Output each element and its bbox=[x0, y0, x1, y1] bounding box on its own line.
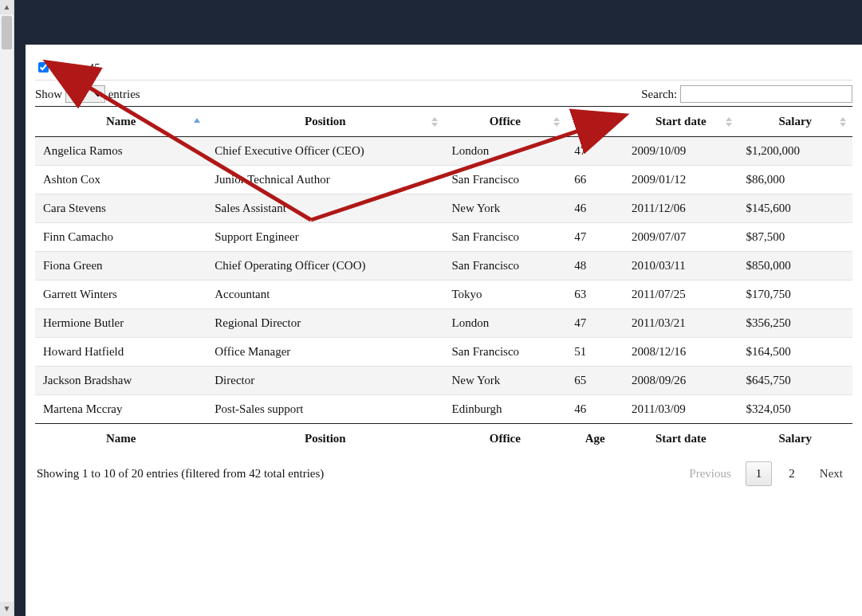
col-header-office[interactable]: Office bbox=[444, 107, 567, 137]
cell-salary: $87,500 bbox=[738, 223, 853, 252]
cell-name: Angelica Ramos bbox=[35, 137, 207, 166]
cell-office: New York bbox=[444, 194, 567, 223]
cell-office: San Francisco bbox=[444, 252, 567, 281]
length-prefix: Show bbox=[35, 88, 62, 100]
cell-office: San Francisco bbox=[444, 338, 567, 367]
vertical-scrollbar[interactable]: ▲ ▼ bbox=[0, 0, 14, 616]
pagination-next[interactable]: Next bbox=[812, 462, 851, 485]
cell-age: 47 bbox=[566, 309, 624, 338]
cell-position: Chief Operating Officer (COO) bbox=[207, 252, 443, 281]
table-row[interactable]: Martena MccrayPost-Sales supportEdinburg… bbox=[35, 395, 852, 424]
cell-start: 2009/10/09 bbox=[624, 137, 738, 166]
length-suffix: entries bbox=[108, 88, 140, 100]
cell-salary: $356,250 bbox=[738, 309, 853, 338]
cell-start: 2010/03/11 bbox=[624, 252, 738, 281]
cell-office: San Francisco bbox=[444, 166, 567, 194]
cell-position: Office Manager bbox=[207, 338, 443, 367]
sort-both-icon bbox=[430, 116, 439, 128]
col-header-name[interactable]: Name bbox=[35, 107, 207, 137]
cell-office: London bbox=[444, 309, 567, 338]
cell-salary: $170,750 bbox=[738, 281, 853, 309]
filter-above-45-label: Above 45 bbox=[53, 61, 100, 74]
cell-start: 2011/03/21 bbox=[624, 309, 738, 338]
cell-salary: $324,050 bbox=[738, 395, 853, 424]
cell-salary: $86,000 bbox=[738, 166, 853, 194]
scrollbar-arrow-up-icon[interactable]: ▲ bbox=[0, 0, 14, 14]
cell-start: 2009/01/12 bbox=[624, 166, 738, 194]
table-row[interactable]: Finn CamachoSupport EngineerSan Francisc… bbox=[35, 223, 852, 252]
cell-position: Director bbox=[207, 367, 443, 395]
cell-age: 65 bbox=[566, 367, 624, 395]
pagination-page[interactable]: 2 bbox=[778, 461, 805, 486]
table-row[interactable]: Cara StevensSales AssistantNew York46201… bbox=[35, 194, 852, 223]
pagination-previous[interactable]: Previous bbox=[681, 462, 739, 485]
cell-office: Edinburgh bbox=[444, 395, 567, 424]
col-footer-position: Position bbox=[207, 424, 443, 454]
cell-position: Support Engineer bbox=[207, 223, 443, 252]
pagination: Previous12Next bbox=[681, 461, 851, 486]
table-row[interactable]: Jackson BradshawDirectorNew York652008/0… bbox=[35, 367, 852, 395]
col-header-start-date[interactable]: Start date bbox=[624, 107, 738, 137]
cell-name: Hermione Butler bbox=[35, 309, 207, 338]
cell-name: Jackson Bradshaw bbox=[35, 367, 207, 395]
sort-both-icon bbox=[724, 116, 734, 128]
sort-asc-icon bbox=[192, 116, 202, 128]
cell-start: 2008/09/26 bbox=[624, 367, 738, 395]
cell-age: 63 bbox=[566, 281, 624, 309]
table-row[interactable]: Garrett WintersAccountantTokyo632011/07/… bbox=[35, 281, 852, 309]
cell-age: 46 bbox=[566, 395, 624, 424]
col-header-salary[interactable]: Salary bbox=[738, 107, 853, 137]
cell-office: London bbox=[444, 137, 567, 166]
sort-both-icon bbox=[838, 116, 848, 128]
cell-office: Tokyo bbox=[444, 281, 567, 309]
cell-start: 2011/07/25 bbox=[624, 281, 738, 309]
cell-office: San Francisco bbox=[444, 223, 567, 252]
length-control: Show 102550100 entries bbox=[35, 85, 140, 103]
cell-start: 2011/03/09 bbox=[624, 395, 738, 424]
length-select[interactable]: 102550100 bbox=[65, 85, 105, 103]
col-footer-salary: Salary bbox=[738, 424, 853, 454]
sort-both-icon bbox=[609, 116, 619, 128]
filter-above-45-checkbox[interactable] bbox=[38, 62, 49, 73]
cell-start: 2009/07/07 bbox=[624, 223, 738, 252]
header-bar bbox=[14, 0, 862, 45]
sort-both-icon bbox=[552, 116, 561, 128]
cell-name: Ashton Cox bbox=[35, 166, 207, 194]
cell-age: 66 bbox=[566, 166, 624, 194]
table-info: Showing 1 to 10 of 20 entries (filtered … bbox=[37, 467, 324, 481]
col-header-age[interactable]: Age bbox=[566, 107, 624, 137]
cell-position: Accountant bbox=[207, 281, 443, 309]
cell-name: Fiona Green bbox=[35, 252, 207, 281]
search-input[interactable] bbox=[680, 85, 852, 103]
search-label: Search: bbox=[641, 88, 677, 100]
table-row[interactable]: Howard HatfieldOffice ManagerSan Francis… bbox=[35, 338, 852, 367]
cell-name: Howard Hatfield bbox=[35, 338, 207, 367]
cell-salary: $850,000 bbox=[738, 252, 853, 281]
filter-above-45[interactable]: Above 45 bbox=[35, 61, 100, 74]
cell-age: 48 bbox=[566, 252, 624, 281]
col-footer-office: Office bbox=[444, 424, 567, 454]
cell-salary: $1,200,000 bbox=[738, 137, 853, 166]
col-header-position[interactable]: Position bbox=[207, 107, 443, 137]
col-footer-start: Start date bbox=[624, 424, 738, 454]
cell-office: New York bbox=[444, 367, 567, 395]
cell-position: Junior Technical Author bbox=[207, 166, 443, 194]
scrollbar-arrow-down-icon[interactable]: ▼ bbox=[0, 602, 14, 616]
table-row[interactable]: Angelica RamosChief Executive Officer (C… bbox=[35, 137, 852, 166]
content-panel: Above 45 Show 102550100 entries Search: … bbox=[26, 45, 862, 616]
cell-age: 47 bbox=[566, 137, 624, 166]
table-row[interactable]: Fiona GreenChief Operating Officer (COO)… bbox=[35, 252, 852, 281]
data-table: Name Position Office bbox=[35, 106, 852, 453]
scrollbar-thumb[interactable] bbox=[2, 16, 12, 49]
cell-position: Regional Director bbox=[207, 309, 443, 338]
pagination-page[interactable]: 1 bbox=[746, 461, 773, 486]
cell-age: 46 bbox=[566, 194, 624, 223]
cell-start: 2011/12/06 bbox=[624, 194, 738, 223]
table-row[interactable]: Hermione ButlerRegional DirectorLondon47… bbox=[35, 309, 852, 338]
cell-position: Chief Executive Officer (CEO) bbox=[207, 137, 443, 166]
cell-name: Cara Stevens bbox=[35, 194, 207, 223]
cell-salary: $145,600 bbox=[738, 194, 853, 223]
col-footer-age: Age bbox=[566, 424, 624, 454]
cell-name: Finn Camacho bbox=[35, 223, 207, 252]
table-row[interactable]: Ashton CoxJunior Technical AuthorSan Fra… bbox=[35, 166, 852, 194]
